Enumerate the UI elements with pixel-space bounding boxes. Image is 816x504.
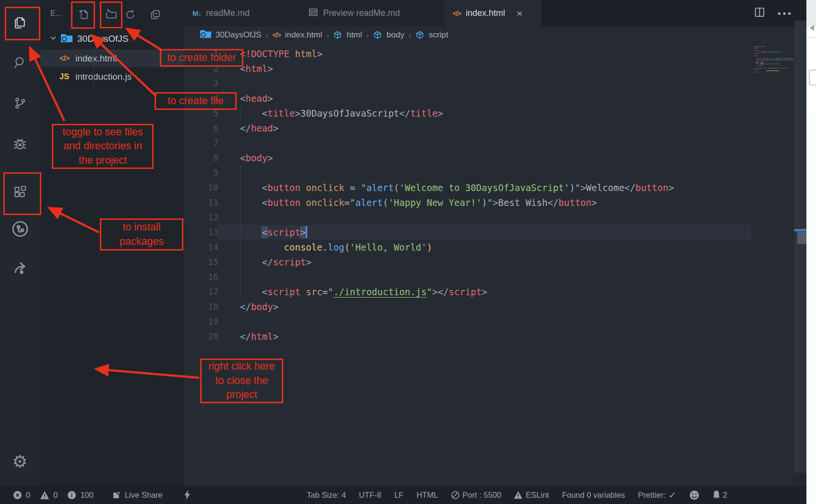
line-number: 11 [184, 197, 218, 207]
tab-index-html[interactable]: </> index.html × [444, 0, 542, 26]
code-line-12[interactable]: 12 [184, 210, 751, 225]
scrollbar-cursor-marker [794, 229, 806, 231]
errors-icon[interactable] [13, 491, 22, 499]
tab-label: readMe.md [206, 8, 250, 18]
code-line-13[interactable]: 13 <script> [184, 225, 751, 240]
markdown-icon: M↓ [192, 9, 201, 17]
breadcrumb-html[interactable]: html [347, 30, 362, 40]
tree-item-label: introduction.js [75, 72, 132, 82]
background-window-body [806, 113, 816, 504]
warnings-icon[interactable] [40, 491, 49, 499]
breadcrumb-body[interactable]: body [386, 30, 404, 40]
code-line-15[interactable]: 15 </script> [184, 254, 751, 269]
tab-bar: M↓ readMe.md Preview readMe.md </> index… [184, 0, 806, 26]
code-line-20[interactable]: </html> [752, 72, 793, 73]
more-actions-icon[interactable]: ••• [778, 8, 793, 19]
lightning-icon[interactable] [184, 490, 191, 500]
tree-item-introduction-js[interactable]: JS introduction.js [40, 68, 184, 85]
port-status[interactable]: Port : 5500 [451, 491, 502, 500]
error-count[interactable]: 0 [26, 491, 30, 500]
line-number: 7 [184, 138, 218, 148]
live-share-label[interactable]: Live Share [125, 491, 163, 500]
line-content: <button onclick = "alert('Welcome to 30D… [218, 180, 751, 195]
code-line-11[interactable]: 11 <button onclick="alert('Happy New Yea… [184, 195, 751, 210]
line-content: </html> [752, 72, 793, 73]
breadcrumb-separator: › [265, 31, 268, 39]
scrollbar-track[interactable] [794, 21, 806, 473]
collapse-all-icon[interactable] [144, 4, 166, 25]
code-line-6[interactable]: 6</head> [184, 120, 751, 135]
share-icon[interactable] [0, 252, 40, 284]
line-number: 10 [184, 182, 218, 192]
info-icon[interactable] [68, 491, 76, 499]
line-content: <script> [218, 225, 751, 240]
code-line-7[interactable]: 7 [184, 135, 751, 150]
settings-gear-icon[interactable]: ⚙ [0, 446, 40, 478]
tree-indent-guide [94, 48, 94, 85]
feedback-smiley-icon[interactable] [689, 490, 699, 500]
info-count[interactable]: 100 [80, 491, 94, 500]
tab-readme[interactable]: M↓ readMe.md [184, 0, 300, 26]
line-number: 17 [184, 287, 218, 297]
variables-status[interactable]: Found 0 variables [562, 491, 625, 500]
notification-count: 2 [723, 491, 727, 500]
live-share-status-icon[interactable] [112, 491, 120, 499]
run-debug-icon[interactable] [0, 128, 40, 160]
breadcrumb-script[interactable]: script [429, 30, 448, 40]
line-number: 15 [184, 257, 218, 267]
eol[interactable]: LF [394, 491, 403, 500]
tree-root-folder[interactable]: 30DaysOfJS [40, 30, 184, 48]
code-editor[interactable]: 1<!DOCTYPE html>2<html>34<head>5 <title>… [184, 44, 794, 486]
warning-count[interactable]: 0 [53, 491, 58, 500]
code-line-3[interactable]: 3 [184, 76, 751, 91]
line-number: 20 [184, 331, 218, 341]
breadcrumb-file[interactable]: index.html [285, 30, 322, 40]
tab-size[interactable]: Tab Size: 4 [307, 491, 346, 500]
preview-icon [308, 7, 318, 20]
line-number: 19 [184, 316, 218, 326]
code-line-4[interactable]: 4<head> [184, 91, 751, 106]
line-content: <title>30DaysOfJavaScript</title> [218, 106, 751, 120]
notifications[interactable]: 2 [712, 491, 727, 500]
code-line-9[interactable]: 9 [184, 165, 751, 180]
html-file-icon: </> [453, 10, 461, 17]
breadcrumb-project[interactable]: 30DaysOfJS [216, 30, 261, 40]
annotation-close-project: right click here to close the project [200, 359, 283, 403]
line-content: </html> [218, 329, 751, 344]
code-line-19[interactable]: 19 [184, 314, 751, 329]
code-line-5[interactable]: 5 <title>30DaysOfJavaScript</title> [184, 106, 751, 120]
code-line-18[interactable]: 18</body> [184, 299, 751, 314]
text-cursor [306, 226, 307, 238]
tab-preview-readme[interactable]: Preview readMe.md [300, 0, 444, 26]
code-line-16[interactable]: 16 [184, 269, 751, 284]
minimap[interactable]: <!DOCTYPE html><html><head> <title>30Day… [752, 46, 793, 74]
code-line-20[interactable]: 20</html> [184, 329, 751, 344]
live-share-icon[interactable] [0, 213, 40, 245]
code-line-10[interactable]: 10 <button onclick = "alert('Welcome to … [184, 180, 751, 195]
code-line-8[interactable]: 8<body> [184, 150, 751, 165]
port-label: Port : 5500 [463, 491, 502, 500]
split-editor-icon[interactable] [754, 7, 765, 20]
line-content [218, 135, 751, 150]
status-left: 0 0 100 Live Share [13, 486, 191, 504]
prettier-status[interactable]: Prettier: ✓ [638, 490, 676, 501]
chevron-down-icon [49, 34, 57, 44]
close-tab-icon[interactable]: × [516, 8, 522, 19]
language-mode[interactable]: HTML [417, 491, 438, 500]
refresh-icon[interactable] [120, 4, 141, 25]
eslint-status[interactable]: ESLint [514, 491, 549, 500]
encoding[interactable]: UTF-8 [359, 491, 382, 500]
code-line-14[interactable]: 14 console.log('Hello, World') [184, 240, 751, 254]
search-icon[interactable] [0, 47, 40, 78]
eslint-label: ESLint [526, 491, 549, 500]
code-line-17[interactable]: 17 <script src="./introduction.js"></scr… [184, 284, 751, 299]
symbol-cube-icon [415, 31, 424, 40]
annotation-install-packages: to install packages [100, 218, 183, 251]
code-line-2[interactable]: 2<html> [184, 61, 751, 76]
code-line-1[interactable]: 1<!DOCTYPE html> [184, 46, 751, 61]
folder-icon [61, 33, 72, 45]
breadcrumb: 30DaysOfJS › </> index.html › html › bod… [184, 26, 794, 44]
source-control-icon[interactable] [0, 87, 40, 119]
status-bar: 0 0 100 Live Share Tab Size: 4 UTF-8 LF … [0, 486, 806, 504]
scrollbar-thumb[interactable] [797, 232, 806, 244]
